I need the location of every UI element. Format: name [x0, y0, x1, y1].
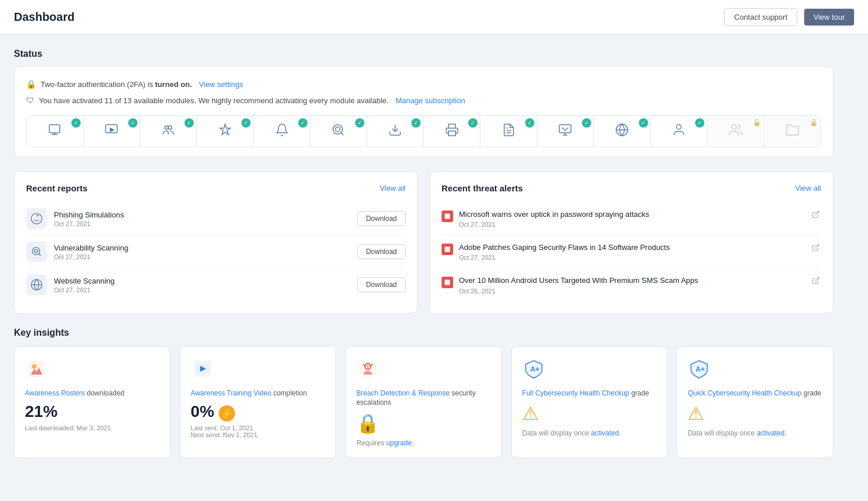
- activated-link-full-health[interactable]: activated.: [591, 429, 621, 437]
- insight-card-full-health: A+ Full Cybersecurity Health Checkup gra…: [511, 346, 668, 459]
- module-item-9[interactable]: ✓: [480, 116, 537, 147]
- insight-icon-quick-health: A+: [688, 357, 711, 380]
- status-row-2fa: 🔒 Two-factor authentication (2FA) is tur…: [26, 76, 821, 92]
- download-button-website[interactable]: Download: [357, 277, 406, 292]
- insight-link-posters[interactable]: Awareness Posters: [25, 389, 85, 397]
- module-item-6[interactable]: ✓: [310, 116, 367, 147]
- report-row-phishing: Phishing Simulations Oct 27, 2021 Downlo…: [26, 202, 406, 235]
- module-check-4: ✓: [241, 118, 251, 128]
- svg-point-8: [335, 127, 340, 132]
- report-date-website: Oct 27, 2021: [54, 286, 357, 293]
- alert-date-1: Oct 27, 2021: [459, 221, 805, 228]
- manage-subscription-link[interactable]: Manage subscription: [396, 96, 465, 105]
- alert-external-link-3[interactable]: [811, 275, 821, 288]
- alert-date-2: Oct 27, 2021: [459, 254, 805, 261]
- svg-line-25: [39, 254, 41, 256]
- view-settings-link[interactable]: View settings: [199, 80, 243, 89]
- module-icon-13: [729, 123, 743, 140]
- module-item-3[interactable]: ✓: [140, 116, 197, 147]
- module-check-9: ✓: [525, 118, 534, 128]
- module-icon-12: [672, 123, 686, 140]
- module-check-11: ✓: [639, 118, 648, 128]
- module-item-1[interactable]: ✓: [27, 116, 84, 147]
- svg-point-24: [34, 249, 38, 253]
- module-item-13[interactable]: 🔒: [707, 116, 764, 147]
- report-row-vulnerability: Vulnerability Scanning Oct 27, 2021 Down…: [26, 235, 406, 268]
- report-row-website: Website Scanning Oct 27, 2021 Download: [26, 268, 406, 301]
- svg-rect-0: [49, 125, 60, 133]
- module-item-2[interactable]: ✓: [84, 116, 140, 147]
- insight-label-breach: Breach Detection & Response security esc…: [356, 389, 491, 408]
- alert-external-link-1[interactable]: [811, 209, 821, 222]
- module-item-7[interactable]: ✓: [367, 116, 424, 147]
- alert-title-3: Over 10 Million Android Users Targeted W…: [459, 275, 805, 286]
- module-icon-10: [558, 123, 572, 140]
- main-content: Status 🔒 Two-factor authentication (2FA)…: [0, 35, 847, 484]
- insight-icon-posters: [25, 357, 48, 380]
- module-item-14[interactable]: 🔒: [764, 116, 820, 147]
- module-item-5[interactable]: ✓: [254, 116, 310, 147]
- report-info-phishing: Phishing Simulations Oct 27, 2021: [54, 210, 357, 227]
- activated-link-quick-health[interactable]: activated.: [757, 429, 786, 437]
- module-item-11[interactable]: ✓: [594, 116, 651, 147]
- module-item-8[interactable]: ✓: [424, 116, 480, 147]
- module-lock-14: 🔒: [809, 118, 818, 126]
- alert-row-3: Over 10 Million Android Users Targeted W…: [442, 268, 821, 301]
- alert-info-1: Microsoft warns over uptick in password …: [459, 209, 805, 228]
- modules-row: ✓ ✓ ✓ ✓: [26, 115, 821, 147]
- header-actions: Contact support View tour: [724, 8, 854, 26]
- module-icon-3: [161, 123, 175, 140]
- insight-label-full-health: Full Cybersecurity Health Checkup grade: [522, 389, 657, 398]
- alerts-view-all[interactable]: View all: [795, 184, 821, 193]
- reports-view-all[interactable]: View all: [379, 184, 406, 193]
- module-icon-5: [275, 123, 289, 140]
- contact-support-button[interactable]: Contact support: [724, 8, 797, 26]
- report-name-website: Website Scanning: [54, 277, 357, 285]
- insight-link-video[interactable]: Awareness Training Video: [191, 389, 272, 397]
- alert-external-link-2[interactable]: [811, 242, 821, 255]
- insight-icon-video: [191, 357, 214, 380]
- svg-marker-4: [110, 128, 114, 132]
- module-icon-6: [331, 123, 345, 140]
- module-check-6: ✓: [355, 118, 364, 128]
- module-lock-13: 🔒: [753, 118, 761, 126]
- module-item-12[interactable]: ✓: [651, 116, 708, 147]
- module-check-8: ✓: [468, 118, 478, 128]
- insight-label-video: Awareness Training Video completion: [191, 389, 326, 398]
- svg-text:A+: A+: [530, 365, 540, 373]
- insight-sub-video-2: Next send: Nov 1, 2021.: [191, 431, 326, 438]
- view-tour-button[interactable]: View tour: [804, 9, 854, 26]
- reports-title: Recent reports: [26, 183, 88, 193]
- alert-date-3: Oct 26, 2021: [459, 288, 805, 295]
- alert-title-2: Adobe Patches Gaping Security Flaws in 1…: [459, 242, 805, 253]
- module-check-12: ✓: [695, 118, 704, 128]
- insight-sub-video-1: Last sent: Oct 1, 2021.: [191, 424, 326, 431]
- upgrade-link[interactable]: upgrade.: [386, 439, 414, 447]
- module-check-3: ✓: [185, 118, 194, 128]
- insight-link-quick-health[interactable]: Quick Cybersecurity Health Checkup: [688, 389, 801, 397]
- insight-link-breach[interactable]: Breach Detection & Response: [356, 389, 450, 397]
- module-icon-8: [445, 123, 459, 140]
- module-item-4[interactable]: ✓: [197, 116, 254, 147]
- download-button-vulnerability[interactable]: Download: [357, 244, 406, 259]
- download-button-phishing[interactable]: Download: [357, 211, 406, 226]
- insight-card-video: Awareness Training Video completion 0% ⚡…: [180, 346, 337, 459]
- svg-line-36: [815, 278, 819, 281]
- svg-point-19: [677, 125, 681, 129]
- insight-card-quick-health: A+ Quick Cybersecurity Health Checkup gr…: [677, 346, 833, 459]
- page-title: Dashboard: [14, 10, 74, 24]
- alerts-header: Recent threat alerts View all: [442, 183, 821, 193]
- module-check-1: ✓: [71, 118, 81, 128]
- module-check-10: ✓: [582, 118, 591, 128]
- insight-label-quick-health: Quick Cybersecurity Health Checkup grade: [688, 389, 822, 398]
- report-date-phishing: Oct 27, 2021: [54, 220, 357, 227]
- alert-icon-2: [442, 244, 453, 255]
- report-icon-website: [26, 274, 47, 295]
- alert-row-1: Microsoft warns over uptick in password …: [442, 202, 821, 235]
- svg-point-23: [32, 248, 40, 255]
- status-row-modules: 🛡 You have activated 11 of 13 available …: [26, 92, 821, 108]
- insight-value-posters: 21%: [25, 402, 160, 421]
- insight-link-full-health[interactable]: Full Cybersecurity Health Checkup: [522, 389, 630, 397]
- lock-icon: 🔒: [26, 79, 36, 89]
- module-item-10[interactable]: ✓: [537, 116, 594, 147]
